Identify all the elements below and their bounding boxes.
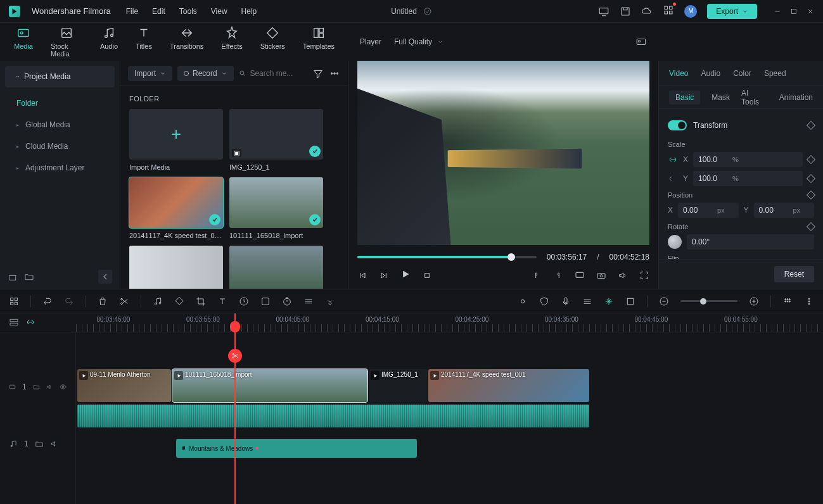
pos-y-field[interactable]: px [754,203,814,218]
scale-x-field[interactable]: % [693,152,803,167]
quality-selector[interactable]: Full Quality [394,37,443,46]
clip[interactable]: IMG_1250_1 [369,369,427,402]
playhead[interactable] [234,313,236,504]
menu-help[interactable]: Help [241,7,257,16]
timer-icon[interactable] [282,296,292,306]
undo-icon[interactable] [42,296,53,306]
subtab-ai[interactable]: AI Tools [741,89,768,106]
tag-icon[interactable] [174,296,184,306]
list-icon[interactable] [582,296,592,306]
track-layout-icon[interactable] [9,317,19,327]
clip[interactable]: 20141117_4K speed test_001 [428,369,589,402]
pos-y-input[interactable] [759,206,791,215]
clip[interactable]: 09-11 Menlo Atherton [77,369,171,402]
save-icon[interactable] [620,6,631,17]
video-track-header[interactable]: 1 [0,369,75,405]
close-icon[interactable] [807,8,814,15]
keyframe-icon[interactable] [807,174,815,183]
pos-x-input[interactable] [683,206,715,215]
audio-track-header[interactable]: 1 [0,430,75,458]
link-icon[interactable] [25,317,35,327]
kebab-icon[interactable] [804,296,814,306]
export-button[interactable]: Export [707,4,757,19]
delete-icon[interactable] [98,296,108,306]
sidebar-item-cloud[interactable]: Cloud Media [0,135,120,157]
timeline-ruler[interactable]: 00:03:45:00 00:03:55:00 00:04:05:00 00:0… [0,313,823,332]
media-thumb[interactable]: ▣IMG_1250_1 [229,109,323,171]
fullscreen-icon[interactable] [639,270,649,280]
menu-edit[interactable]: Edit [152,7,165,16]
subtab-basic[interactable]: Basic [669,91,700,104]
audio-clip[interactable]: Mountains & Meadows ♥ [176,439,417,458]
cloud-icon[interactable] [641,6,653,17]
display-icon[interactable] [575,270,585,280]
search-input[interactable] [250,69,307,78]
audio-waveform[interactable] [77,405,589,427]
keyframe-icon[interactable] [807,155,815,164]
filter-icon[interactable] [312,68,324,79]
more-icon[interactable] [329,68,340,79]
media-thumb[interactable]: 101111_165018_import [229,177,323,239]
menu-tools[interactable]: Tools [179,7,197,16]
rotate-knob[interactable] [668,235,682,249]
grid-view-icon[interactable] [782,296,793,306]
apps-icon-wrap[interactable] [663,4,674,18]
menu-file[interactable]: File [126,7,138,16]
tab-stickers[interactable]: Stickers [253,22,293,61]
zoom-slider[interactable] [680,300,737,302]
tab-audio-prop[interactable]: Audio [701,69,720,78]
media-thumb[interactable] [229,246,323,289]
tab-titles[interactable]: Titles [128,22,160,61]
play-button[interactable] [400,269,411,281]
scissors-icon[interactable] [228,349,242,363]
tab-stock[interactable]: Stock Media [43,22,90,61]
tab-media[interactable]: Media [6,22,41,61]
zoom-out-icon[interactable] [659,296,669,306]
text-icon[interactable] [217,296,227,306]
maximize-icon[interactable] [790,8,798,15]
volume-icon[interactable] [618,270,628,280]
split-icon[interactable] [119,296,129,306]
mute-icon[interactable] [46,382,53,391]
color-icon[interactable] [260,296,271,306]
seek-bar[interactable] [357,256,537,258]
tab-video[interactable]: Video [669,69,688,78]
bin-icon[interactable] [8,272,18,282]
tab-color[interactable]: Color [733,69,751,78]
new-folder-icon[interactable] [24,272,34,282]
snapshot-icon[interactable] [635,36,647,47]
sidebar-header[interactable]: Project Media [5,66,115,87]
tab-transitions[interactable]: Transitions [162,22,211,61]
rotate-input[interactable] [692,237,724,246]
next-frame-icon[interactable] [379,270,389,280]
more-icon[interactable] [325,296,335,306]
prev-frame-icon[interactable] [357,270,367,280]
tab-templates[interactable]: Templates [295,22,342,61]
crop-icon[interactable] [196,296,206,306]
keyframe-icon[interactable] [807,222,815,231]
mic-icon[interactable] [561,296,571,306]
keyframe-icon[interactable] [807,121,815,130]
scale-x-input[interactable] [698,155,730,164]
import-button[interactable]: Import [128,66,172,81]
record-button[interactable]: Record [177,66,234,81]
preview-canvas[interactable] [357,61,649,245]
subtab-animation[interactable]: Animation [779,93,813,102]
pos-x-field[interactable]: px [678,203,738,218]
mark-out-icon[interactable] [553,270,563,280]
music-icon[interactable] [153,296,163,306]
timeline-tracks[interactable]: 09-11 Menlo Atherton 101111_165018_impor… [76,332,823,504]
device-icon[interactable] [598,6,609,17]
keyframe-icon[interactable] [807,191,815,199]
link-icon[interactable] [668,154,678,165]
redo-icon[interactable] [64,296,74,306]
media-thumb[interactable]: 20141117_4K speed test_00... [129,177,223,239]
reset-button[interactable]: Reset [774,266,814,282]
sidebar-item-folder[interactable]: Folder [0,92,120,114]
sidebar-item-adjustment[interactable]: Adjustment Layer [0,157,120,179]
minimize-icon[interactable] [774,8,781,15]
clip[interactable]: 101111_165018_import [172,369,367,402]
avatar[interactable]: M [684,5,697,18]
media-thumb[interactable] [129,246,223,289]
tab-speed[interactable]: Speed [764,69,786,78]
